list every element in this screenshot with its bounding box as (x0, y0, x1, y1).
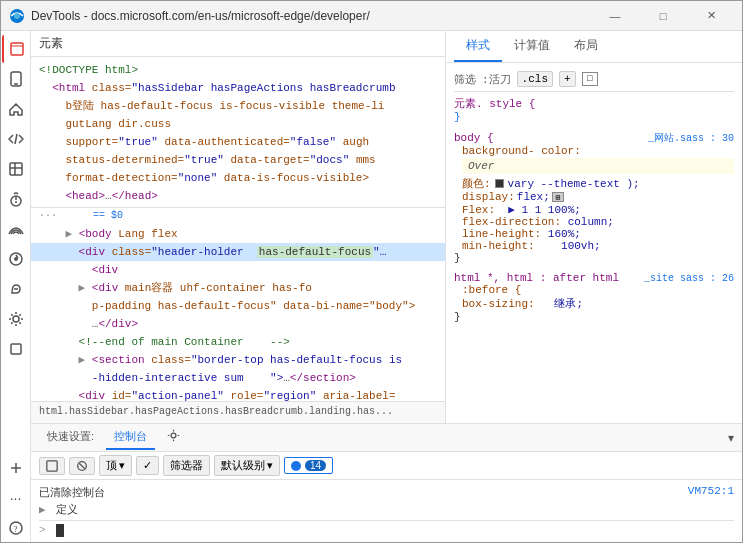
tag-close-text: </head> (112, 190, 158, 202)
css-source-body[interactable]: _网站.sass : 30 (648, 131, 734, 145)
expand-icon[interactable]: ▶ (79, 282, 86, 294)
svg-point-1 (14, 13, 20, 19)
table-row[interactable]: b登陆 has-default-focus is-focus-visible t… (31, 97, 445, 115)
dom-breadcrumb: html.hasSidebar.hasPageActions.hasBreadc… (31, 401, 445, 423)
attr-text3: mms (356, 154, 376, 166)
tab-quicksettings[interactable]: 快速设置: (39, 425, 102, 450)
vm-link[interactable]: VM752:1 (688, 485, 734, 497)
window-controls: — □ ✕ (592, 1, 734, 31)
css-prop-minheight: min-height: 100vh; (462, 240, 734, 252)
expand-icon[interactable]: ▶ (65, 228, 72, 240)
table-row[interactable]: <!--end of main Container --> (31, 333, 445, 351)
tab-console[interactable]: 控制台 (106, 425, 155, 450)
sidebar-icon-inspect[interactable] (2, 35, 30, 63)
table-row[interactable]: <div id="action-panel" role="region" ari… (31, 387, 445, 401)
filter-icon-btn1[interactable]: □ (582, 72, 598, 86)
filter-input[interactable]: :活刀 (482, 72, 511, 87)
console-tabs: 快速设置: 控制台 ▾ (31, 424, 742, 452)
table-row[interactable]: <html class="hasSidebar hasPageActions h… (31, 79, 445, 97)
attr-text: Lang flex (118, 228, 177, 240)
console-check-button[interactable]: ✓ (136, 456, 159, 475)
table-row[interactable]: gutLang dir.cuss (31, 115, 445, 133)
dots-text: … (105, 190, 112, 202)
prop-name: :before { (462, 284, 521, 296)
table-row[interactable]: -hidden-interactive sum ">…</section> (31, 369, 445, 387)
attr-text: class= (112, 246, 152, 258)
sidebar-icon-sources[interactable] (2, 155, 30, 183)
val-text: "hasSidebar hasPageActions hasBreadcrumb (131, 82, 395, 94)
console-prompt-line[interactable]: > (39, 523, 734, 538)
chevron-down-icon[interactable]: ▾ (728, 431, 734, 445)
sidebar-icon-settings[interactable] (2, 305, 30, 333)
tab-styles[interactable]: 样式 (454, 31, 502, 62)
sidebar-icon-home[interactable] (2, 95, 30, 123)
console-count-button[interactable]: 14 (284, 457, 333, 474)
minimize-button[interactable]: — (592, 1, 638, 31)
cls-button[interactable]: .cls (517, 71, 553, 87)
console-toolbar: 顶 ▾ ✓ 筛选器 默认级别 ▾ 14 (31, 452, 742, 480)
table-row[interactable]: status-determined="true" data-target="do… (31, 151, 445, 169)
tab-settings-icon[interactable] (159, 425, 188, 450)
css-prop-lineheight: line-height: 160%; (462, 228, 734, 240)
attr-text2: data-target= (230, 154, 309, 166)
attr-text: id= (112, 390, 132, 401)
sidebar-icon-more[interactable]: ··· (2, 484, 30, 512)
table-row[interactable]: ▶ <div main容器 uhf-container has-fo (31, 279, 445, 297)
attr-text: class= (151, 354, 191, 366)
val-text: -hidden-interactive sum (92, 372, 244, 384)
table-row[interactable]: <div (31, 261, 445, 279)
sidebar-icon-help[interactable]: ? (2, 514, 30, 542)
table-row[interactable]: p-padding has-default-focus" data-bi-nam… (31, 297, 445, 315)
top-chevron-icon: ▾ (119, 459, 125, 472)
bottom-panel: 快速设置: 控制台 ▾ (31, 423, 742, 542)
plus-button[interactable]: + (559, 71, 576, 87)
css-rule-body: body { _网站.sass : 30 background- color: … (454, 131, 734, 264)
sidebar-icon-debug[interactable] (2, 185, 30, 213)
table-row[interactable]: …</div> (31, 315, 445, 333)
console-stop-button[interactable] (69, 457, 95, 475)
css-prop-display: display: flex; ⊞ (462, 191, 734, 203)
sidebar-icon-add[interactable] (2, 454, 30, 482)
console-cursor (56, 524, 64, 537)
highlight-text: has-default-focus (257, 246, 373, 258)
table-row[interactable]: <div class="header-holder has-default-fo… (31, 243, 445, 261)
console-expand-icon[interactable]: ▶ (39, 504, 46, 516)
table-row[interactable]: format-detection="none" data-is-focus-vi… (31, 169, 445, 187)
svg-rect-24 (47, 460, 57, 470)
table-row[interactable]: ▶ <section class="border-top has-default… (31, 351, 445, 369)
elements-header: 元素 (31, 31, 445, 57)
sidebar-icon-code[interactable] (2, 125, 30, 153)
sidebar-icon-device[interactable] (2, 65, 30, 93)
table-row[interactable]: <head>…</head> (31, 187, 445, 205)
console-level-button[interactable]: 默认级别 ▾ (214, 455, 280, 476)
console-filter-button[interactable]: 筛选器 (163, 455, 210, 476)
sidebar-icon-network[interactable] (2, 215, 30, 243)
css-source-html[interactable]: _site sass : 26 (644, 273, 734, 284)
console-top-button[interactable]: 顶 ▾ (99, 455, 132, 476)
close-button[interactable]: ✕ (688, 1, 734, 31)
table-row[interactable]: <!DOCTYPE html> (31, 61, 445, 79)
tab-layout[interactable]: 布局 (562, 31, 610, 62)
dom-tree[interactable]: <!DOCTYPE html> <html class="hasSidebar … (31, 57, 445, 401)
tag-text: <div (92, 264, 118, 276)
prop-value: flex; (517, 191, 550, 203)
expand-icon[interactable]: ▶ (79, 354, 86, 366)
sidebar-icon-performance[interactable] (2, 245, 30, 273)
table-row[interactable]: support="true" data-authenticated="false… (31, 133, 445, 151)
table-row[interactable]: ▶ <body Lang flex (31, 225, 445, 243)
sidebar: ··· ? (1, 31, 31, 542)
console-body: 已清除控制台 VM752:1 ▶ 定义 > (31, 480, 742, 542)
flex-icon: ⊞ (552, 192, 564, 202)
sidebar-icon-square[interactable] (2, 335, 30, 363)
tab-computed[interactable]: 计算值 (502, 31, 562, 62)
console-link[interactable]: VM752:1 (688, 485, 734, 497)
svg-point-17 (13, 316, 19, 322)
attr-text: b登陆 has-default-focus is-focus-visible t… (65, 100, 384, 112)
prop-name: line-height: (462, 228, 541, 240)
val-text: "none" (178, 172, 218, 184)
maximize-button[interactable]: □ (640, 1, 686, 31)
console-clear-button[interactable] (39, 457, 65, 475)
css-close-brace: } (454, 311, 461, 323)
attr-text: gutLang dir.cuss (65, 118, 171, 130)
sidebar-icon-memory[interactable] (2, 275, 30, 303)
